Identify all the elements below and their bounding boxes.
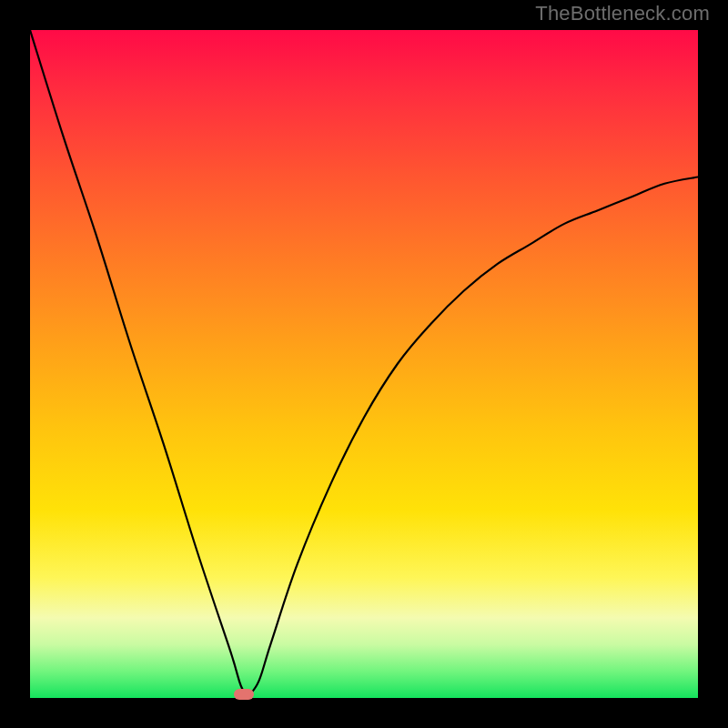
chart-frame: TheBottleneck.com: [0, 0, 728, 728]
optimal-point-marker: [234, 689, 254, 700]
plot-area: [30, 30, 698, 698]
bottleneck-curve: [30, 30, 698, 698]
watermark-text: TheBottleneck.com: [535, 2, 710, 25]
